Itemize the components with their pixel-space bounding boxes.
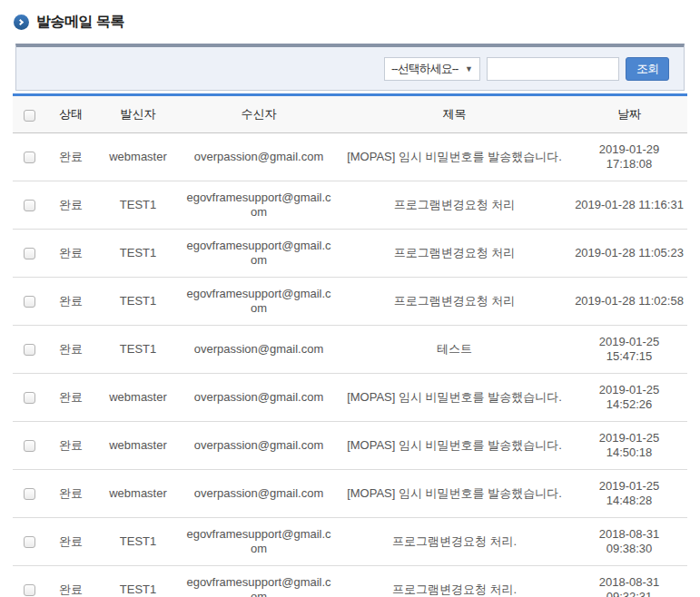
cell-recipient: egovframesupport@gmail.com — [180, 566, 338, 597]
cell-date: 2019-01-29 17:18:08 — [571, 133, 687, 181]
cell-subject: 프로그램변경요청 처리. — [338, 518, 571, 566]
cell-sender: TEST1 — [96, 566, 180, 597]
row-checkbox[interactable] — [24, 200, 35, 211]
select-all-cell — [13, 95, 45, 133]
cell-date: 2018-08-31 09:38:30 — [571, 518, 687, 566]
cell-subject: 프로그램변경요청 처리 — [338, 278, 571, 326]
cell-status: 완료 — [45, 566, 96, 597]
cell-date: 2019-01-28 11:16:31 — [571, 181, 687, 230]
cell-date: 2019-01-25 14:52:26 — [571, 374, 687, 422]
cell-date: 2019-01-28 11:05:23 — [571, 230, 687, 278]
row-checkbox[interactable] — [24, 152, 35, 163]
page-title: 발송메일 목록 — [36, 13, 124, 32]
column-header-subject: 제목 — [338, 95, 571, 133]
cell-recipient: egovframesupport@gmail.com — [180, 518, 338, 566]
row-checkbox[interactable] — [24, 488, 35, 500]
row-checkbox-cell — [13, 133, 45, 181]
row-checkbox-cell — [13, 518, 45, 566]
table-row: 완료TEST1egovframesupport@gmail.com프로그램변경요… — [13, 278, 687, 326]
cell-status: 완료 — [45, 181, 96, 230]
cell-status: 완료 — [45, 470, 96, 518]
table-row: 완료TEST1egovframesupport@gmail.com프로그램변경요… — [13, 518, 687, 566]
table-row: 완료webmasteroverpassion@gmail.com[MOPAS] … — [13, 133, 687, 181]
column-header-sender: 발신자 — [96, 95, 180, 133]
cell-sender: webmaster — [96, 422, 180, 470]
row-checkbox[interactable] — [24, 584, 35, 596]
table-row: 완료TEST1egovframesupport@gmail.com프로그램변경요… — [13, 181, 687, 230]
row-checkbox[interactable] — [24, 248, 35, 259]
row-checkbox-cell — [13, 230, 45, 278]
page: 발송메일 목록 --선택하세요-- ▼ 조회 상태 발신자 수신자 제목 날짜 — [0, 0, 700, 597]
search-button[interactable]: 조회 — [626, 57, 669, 81]
row-checkbox-cell — [13, 470, 45, 518]
cell-sender: webmaster — [96, 133, 180, 181]
row-checkbox-cell — [13, 181, 45, 230]
search-input[interactable] — [487, 57, 619, 81]
table-row: 완료webmasteroverpassion@gmail.com[MOPAS] … — [13, 422, 687, 470]
cell-date: 2018-08-31 09:32:31 — [571, 566, 687, 597]
table-header: 상태 발신자 수신자 제목 날짜 — [13, 95, 687, 133]
table-row: 완료TEST1overpassion@gmail.com테스트2019-01-2… — [13, 326, 687, 374]
cell-subject: 프로그램변경요청 처리. — [338, 566, 571, 597]
cell-date: 2019-01-25 14:50:18 — [571, 422, 687, 470]
select-all-checkbox[interactable] — [24, 110, 35, 122]
cell-recipient: egovframesupport@gmail.com — [180, 278, 338, 326]
cell-sender: TEST1 — [96, 230, 180, 278]
search-category-select[interactable]: --선택하세요-- ▼ — [384, 57, 480, 81]
table-row: 완료webmasteroverpassion@gmail.com[MOPAS] … — [13, 470, 687, 518]
column-header-date: 날짜 — [571, 95, 687, 133]
column-header-recipient: 수신자 — [180, 95, 338, 133]
cell-sender: webmaster — [96, 470, 180, 518]
mail-table: 상태 발신자 수신자 제목 날짜 완료webmasteroverpassion@… — [13, 93, 687, 597]
cell-status: 완료 — [45, 422, 96, 470]
row-checkbox-cell — [13, 374, 45, 422]
row-checkbox-cell — [13, 422, 45, 470]
cell-status: 완료 — [45, 326, 96, 374]
select-value: --선택하세요-- — [391, 61, 458, 77]
cell-sender: TEST1 — [96, 518, 180, 566]
cell-recipient: overpassion@gmail.com — [180, 422, 338, 470]
row-checkbox-cell — [13, 278, 45, 326]
cell-status: 완료 — [45, 278, 96, 326]
row-checkbox-cell — [13, 326, 45, 374]
row-checkbox-cell — [13, 566, 45, 597]
cell-recipient: overpassion@gmail.com — [180, 326, 338, 374]
cell-sender: TEST1 — [96, 181, 180, 230]
cell-recipient: overpassion@gmail.com — [180, 133, 338, 181]
arrow-circle-icon — [14, 15, 29, 30]
cell-recipient: overpassion@gmail.com — [180, 374, 338, 422]
cell-subject: [MOPAS] 임시 비밀번호를 발송했습니다. — [338, 374, 571, 422]
cell-sender: TEST1 — [96, 278, 180, 326]
search-panel: --선택하세요-- ▼ 조회 — [15, 44, 685, 91]
cell-subject: 프로그램변경요청 처리 — [338, 181, 571, 230]
cell-date: 2019-01-28 11:02:58 — [571, 278, 687, 326]
table-row: 완료TEST1egovframesupport@gmail.com프로그램변경요… — [13, 566, 687, 597]
cell-subject: 테스트 — [338, 326, 571, 374]
cell-recipient: overpassion@gmail.com — [180, 470, 338, 518]
row-checkbox[interactable] — [24, 344, 35, 356]
cell-date: 2019-01-25 15:47:15 — [571, 326, 687, 374]
page-header: 발송메일 목록 — [14, 13, 687, 32]
cell-sender: TEST1 — [96, 326, 180, 374]
cell-status: 완료 — [45, 133, 96, 181]
cell-subject: [MOPAS] 임시 비밀번호를 발송했습니다. — [338, 422, 571, 470]
row-checkbox[interactable] — [24, 392, 35, 404]
table-row: 완료webmasteroverpassion@gmail.com[MOPAS] … — [13, 374, 687, 422]
cell-status: 완료 — [45, 374, 96, 422]
cell-status: 완료 — [45, 518, 96, 566]
cell-sender: webmaster — [96, 374, 180, 422]
row-checkbox[interactable] — [24, 296, 35, 308]
cell-date: 2019-01-25 14:48:28 — [571, 470, 687, 518]
cell-status: 완료 — [45, 230, 96, 278]
cell-recipient: egovframesupport@gmail.com — [180, 230, 338, 278]
cell-subject: [MOPAS] 임시 비밀번호를 발송했습니다. — [338, 133, 571, 181]
cell-recipient: egovframesupport@gmail.com — [180, 181, 338, 230]
row-checkbox[interactable] — [24, 536, 35, 548]
row-checkbox[interactable] — [24, 440, 35, 452]
table-row: 완료TEST1egovframesupport@gmail.com프로그램변경요… — [13, 230, 687, 278]
caret-down-icon: ▼ — [465, 64, 473, 73]
column-header-status: 상태 — [45, 95, 96, 133]
cell-subject: 프로그램변경요청 처리 — [338, 230, 571, 278]
cell-subject: [MOPAS] 임시 비밀번호를 발송했습니다. — [338, 470, 571, 518]
